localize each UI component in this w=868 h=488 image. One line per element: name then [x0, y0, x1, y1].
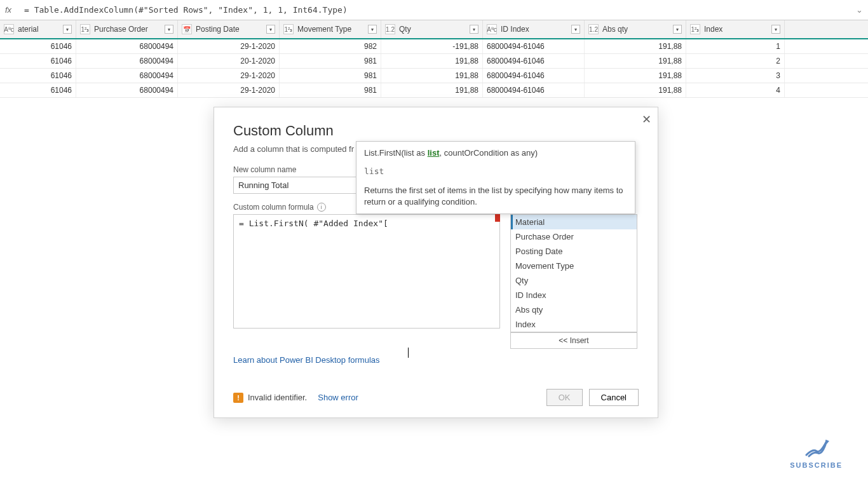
filter-dropdown-icon[interactable]: ▾: [266, 25, 275, 34]
column-header-aterial[interactable]: Aᴮcaterial▾: [0, 20, 76, 38]
table-cell: 68000494-61046: [483, 83, 585, 97]
show-error-link[interactable]: Show error: [318, 393, 358, 402]
table-cell: 68000494-61046: [483, 69, 585, 83]
table-cell: 20-1-2020: [178, 54, 280, 68]
intellisense-tooltip: List.FirstN(list as list, countOrConditi…: [356, 141, 635, 214]
available-column-movement-type[interactable]: Movement Type: [511, 259, 637, 273]
info-icon[interactable]: i: [317, 203, 326, 212]
column-label: Posting Date: [194, 25, 264, 34]
table-cell: 29-1-2020: [178, 69, 280, 83]
column-header-qty[interactable]: 1.2Qty▾: [381, 20, 483, 38]
column-header-index[interactable]: 1²₃Index▾: [686, 20, 785, 38]
table-cell: 982: [280, 39, 381, 53]
formula-label: Custom column formula: [233, 203, 314, 212]
tooltip-sig-suffix: , countOrCondition as any): [439, 148, 538, 158]
column-header-abs-qty[interactable]: 1.2Abs qty▾: [585, 20, 686, 38]
error-text: Invalid identifier.: [248, 393, 307, 402]
type-icon: 1²₃: [690, 24, 700, 34]
table-cell: 68000494: [76, 83, 178, 97]
table-cell: 191,88: [585, 54, 686, 68]
ok-button: OK: [546, 389, 583, 406]
formula-editor[interactable]: [233, 214, 500, 329]
table-row[interactable]: 610466800049429-1-2020981191,8868000494-…: [0, 83, 868, 98]
filter-dropdown-icon[interactable]: ▾: [673, 25, 682, 34]
column-header-id-index[interactable]: AᴮcID Index▾: [483, 20, 585, 38]
table-row[interactable]: 610466800049429-1-2020981191,8868000494-…: [0, 69, 868, 83]
available-column-index[interactable]: Index: [511, 317, 637, 332]
table-cell: 61046: [0, 54, 76, 68]
available-column-id-index[interactable]: ID Index: [511, 288, 637, 302]
filter-dropdown-icon[interactable]: ▾: [368, 25, 377, 34]
table-cell: 191,88: [585, 69, 686, 83]
filter-dropdown-icon[interactable]: ▾: [771, 25, 780, 34]
available-column-abs-qty[interactable]: Abs qty: [511, 302, 637, 317]
formula-bar-text[interactable]: = Table.AddIndexColumn(#"Sorted Rows", "…: [24, 5, 856, 15]
table-cell: 68000494: [76, 69, 178, 83]
table-row[interactable]: 610466800049429-1-2020982-191,8868000494…: [0, 39, 868, 54]
column-label: ID Index: [499, 25, 569, 34]
svg-marker-0: [825, 440, 829, 445]
cancel-button[interactable]: Cancel: [589, 389, 639, 406]
column-header-purchase-order[interactable]: 1²₃Purchase Order▾: [76, 20, 178, 38]
table-cell: 61046: [0, 83, 76, 97]
table-cell: 2: [686, 54, 785, 68]
table-row[interactable]: 610466800049420-1-2020981191,8868000494-…: [0, 54, 868, 69]
table-cell: 68000494: [76, 54, 178, 68]
type-icon: 📅: [182, 24, 192, 34]
close-icon[interactable]: ✕: [642, 112, 651, 126]
type-icon: 1.2: [385, 24, 395, 34]
subscribe-label: SUBSCRIBE: [790, 461, 843, 469]
data-table: Aᴮcaterial▾1²₃Purchase Order▾📅Posting Da…: [0, 20, 868, 98]
type-icon: 1²₃: [283, 24, 294, 34]
available-column-qty[interactable]: Qty: [511, 273, 637, 288]
table-cell: 981: [280, 69, 381, 83]
tooltip-type: list: [364, 166, 627, 176]
available-column-material[interactable]: Material: [511, 215, 637, 229]
error-marker: [495, 214, 500, 222]
table-cell: -191,88: [381, 39, 483, 53]
column-label: Purchase Order: [93, 25, 162, 34]
tooltip-sig-prefix: List.FirstN(list as: [364, 148, 428, 158]
warning-icon: !: [233, 393, 243, 403]
table-cell: 61046: [0, 39, 76, 53]
column-label: Abs qty: [601, 25, 670, 34]
column-label: Movement Type: [296, 25, 365, 34]
column-label: Index: [703, 25, 769, 34]
table-cell: 191,88: [381, 83, 483, 97]
dialog-title: Custom Column: [233, 123, 639, 139]
table-cell: 3: [686, 69, 785, 83]
available-column-purchase-order[interactable]: Purchase Order: [511, 229, 637, 244]
column-label: Qty: [398, 25, 467, 34]
table-cell: 61046: [0, 69, 76, 83]
table-cell: 191,88: [381, 69, 483, 83]
tooltip-sig-current: list: [428, 148, 440, 158]
filter-dropdown-icon[interactable]: ▾: [63, 25, 72, 34]
type-icon: Aᴮc: [487, 24, 497, 34]
insert-button[interactable]: << Insert: [510, 332, 637, 349]
available-column-posting-date[interactable]: Posting Date: [511, 244, 637, 259]
table-cell: 29-1-2020: [178, 39, 280, 53]
type-icon: 1²₃: [80, 24, 90, 34]
table-cell: 981: [280, 83, 381, 97]
table-cell: 68000494-61046: [483, 39, 585, 53]
type-icon: Aᴮc: [4, 24, 14, 34]
table-cell: 191,88: [585, 39, 686, 53]
table-cell: 1: [686, 39, 785, 53]
filter-dropdown-icon[interactable]: ▾: [571, 25, 580, 34]
available-columns-list[interactable]: MaterialPurchase OrderPosting DateMoveme…: [510, 214, 637, 332]
fx-label: fx: [5, 5, 24, 15]
table-cell: 68000494: [76, 39, 178, 53]
filter-dropdown-icon[interactable]: ▾: [165, 25, 173, 34]
column-header-posting-date[interactable]: 📅Posting Date▾: [178, 20, 280, 38]
formula-dropdown-icon[interactable]: ⌄: [856, 5, 863, 15]
learn-link[interactable]: Learn about Power BI Desktop formulas: [233, 355, 380, 365]
table-cell: 68000494-61046: [483, 54, 585, 68]
filter-dropdown-icon[interactable]: ▾: [470, 25, 478, 34]
column-header-movement-type[interactable]: 1²₃Movement Type▾: [280, 20, 381, 38]
table-cell: 29-1-2020: [178, 83, 280, 97]
text-cursor: [408, 348, 409, 358]
tooltip-description: Returns the first set of items in the li…: [364, 185, 627, 207]
subscribe-badge[interactable]: SUBSCRIBE: [790, 437, 843, 469]
type-icon: 1.2: [588, 24, 599, 34]
table-cell: 191,88: [381, 54, 483, 68]
